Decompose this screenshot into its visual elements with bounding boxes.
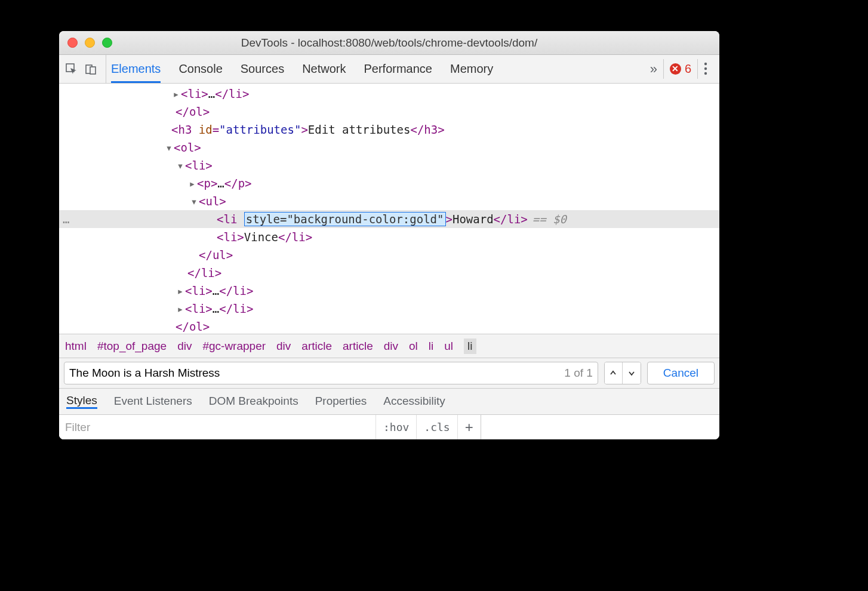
crumb-item[interactable]: ul <box>444 340 453 353</box>
filter-input[interactable] <box>59 415 375 439</box>
tab-accessibility[interactable]: Accessibility <box>383 395 445 409</box>
tab-console[interactable]: Console <box>178 55 222 83</box>
tab-sources[interactable]: Sources <box>241 55 284 83</box>
more-tabs-button[interactable]: » <box>644 61 663 77</box>
styles-filter-row: :hov .cls + <box>59 414 719 439</box>
attribute-edit-box[interactable]: style="background-color:gold" <box>244 212 446 226</box>
dom-line[interactable]: ▸<li>…</li> <box>59 282 719 300</box>
tab-performance[interactable]: Performance <box>364 55 433 83</box>
error-badge[interactable]: ✕ 6 <box>663 59 697 79</box>
crumb-item[interactable]: html <box>65 340 87 353</box>
hov-toggle[interactable]: :hov <box>375 415 416 439</box>
dom-line[interactable]: ▸<li>…</li> <box>59 85 719 103</box>
window-title: DevTools - localhost:8080/web/tools/chro… <box>59 36 719 50</box>
dom-tree-pane[interactable]: ▸<li>…</li> </ol> <h3 id="attributes">Ed… <box>59 84 719 334</box>
search-prev-button[interactable] <box>605 362 623 384</box>
dom-line-selected[interactable]: <li style="background-color:gold">Howard… <box>59 210 719 228</box>
dom-line[interactable]: ▾<li> <box>59 156 719 174</box>
tab-memory[interactable]: Memory <box>450 55 493 83</box>
crumb-item[interactable]: div <box>177 340 192 353</box>
dom-line[interactable]: ▾<ul> <box>59 192 719 210</box>
error-icon: ✕ <box>670 63 681 75</box>
dom-line[interactable]: </ul> <box>59 246 719 264</box>
crumb-item[interactable]: div <box>276 340 291 353</box>
svg-point-3 <box>704 63 707 65</box>
device-toolbar-icon[interactable] <box>84 63 97 76</box>
crumb-item[interactable]: #gc-wrapper <box>202 340 266 353</box>
crumb-item[interactable]: #top_of_page <box>97 340 167 353</box>
crumb-item[interactable]: div <box>384 340 398 353</box>
crumb-item-selected[interactable]: li <box>464 338 476 354</box>
dom-line[interactable]: ▸<p>…</p> <box>59 174 719 192</box>
main-toolbar: Elements Console Sources Network Perform… <box>59 55 719 84</box>
search-next-button[interactable] <box>623 362 641 384</box>
kebab-menu-icon[interactable] <box>697 59 713 79</box>
tab-dom-breakpoints[interactable]: DOM Breakpoints <box>209 395 298 409</box>
tab-event-listeners[interactable]: Event Listeners <box>114 395 192 409</box>
search-result-count: 1 of 1 <box>564 367 593 380</box>
search-stepper <box>604 362 641 384</box>
search-bar: 1 of 1 Cancel <box>59 358 719 388</box>
dom-line[interactable]: </ol> <box>59 318 719 334</box>
svg-point-4 <box>704 67 707 70</box>
window-controls <box>67 38 112 48</box>
minimize-window-button[interactable] <box>85 38 95 48</box>
dom-line[interactable]: ▾<ol> <box>59 138 719 156</box>
inspect-element-icon[interactable] <box>65 63 78 76</box>
title-bar: DevTools - localhost:8080/web/tools/chro… <box>59 31 719 55</box>
error-count: 6 <box>685 62 691 76</box>
cls-toggle[interactable]: .cls <box>416 415 457 439</box>
dom-line[interactable]: <li>Vince</li> <box>59 228 719 246</box>
new-style-rule-button[interactable]: + <box>457 415 481 439</box>
devtools-window: DevTools - localhost:8080/web/tools/chro… <box>59 31 719 439</box>
cancel-button[interactable]: Cancel <box>647 362 715 384</box>
tab-styles[interactable]: Styles <box>66 394 97 409</box>
svg-point-5 <box>704 72 707 75</box>
dom-line[interactable]: </ol> <box>59 103 719 121</box>
zoom-window-button[interactable] <box>102 38 112 48</box>
search-box: 1 of 1 <box>64 362 598 384</box>
search-input[interactable] <box>69 367 561 380</box>
dom-line[interactable]: ▸<li>…</li> <box>59 300 719 318</box>
crumb-item[interactable]: article <box>343 340 373 353</box>
crumb-item[interactable]: li <box>429 340 433 353</box>
tab-properties[interactable]: Properties <box>315 395 367 409</box>
styles-tab-bar: Styles Event Listeners DOM Breakpoints P… <box>59 388 719 414</box>
crumb-item[interactable]: article <box>301 340 332 353</box>
tab-network[interactable]: Network <box>302 55 346 83</box>
dom-line[interactable]: <h3 id="attributes">Edit attributes</h3> <box>59 121 719 138</box>
dom-line[interactable]: </li> <box>59 264 719 282</box>
tab-elements[interactable]: Elements <box>111 55 161 83</box>
svg-rect-2 <box>90 67 96 74</box>
console-reference: == $0 <box>533 213 567 226</box>
styles-divider <box>481 415 719 439</box>
breadcrumb: html #top_of_page div #gc-wrapper div ar… <box>59 334 719 358</box>
close-window-button[interactable] <box>67 38 78 48</box>
crumb-item[interactable]: ol <box>409 340 418 353</box>
